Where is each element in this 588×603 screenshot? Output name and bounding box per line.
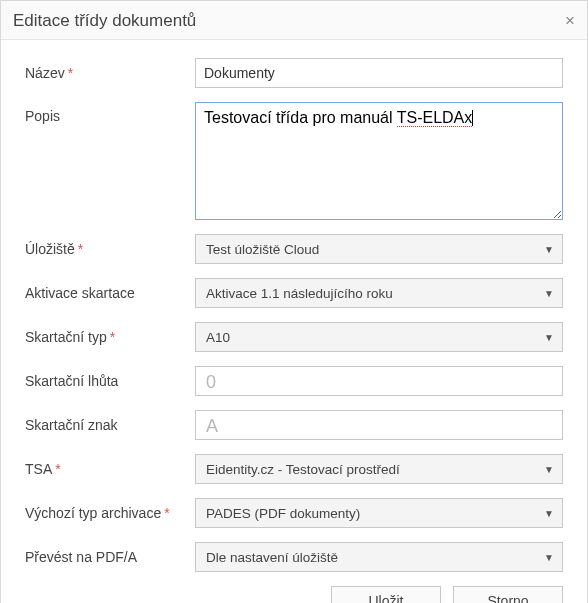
label-storage: Úložiště* — [25, 235, 195, 263]
chevron-down-icon: ▼ — [544, 332, 554, 343]
label-convert-pdfa: Převést na PDF/A — [25, 543, 195, 571]
storage-select[interactable]: Test úložiště Cloud ▼ — [195, 234, 563, 264]
row-shred-activate: Aktivace skartace Aktivace 1.1 následují… — [25, 278, 563, 308]
archive-default-select[interactable]: PADES (PDF dokumenty) ▼ — [195, 498, 563, 528]
row-convert-pdfa: Převést na PDF/A Dle nastavení úložiště … — [25, 542, 563, 572]
row-storage: Úložiště* Test úložiště Cloud ▼ — [25, 234, 563, 264]
row-archive-default: Výchozí typ archivace* PADES (PDF dokume… — [25, 498, 563, 528]
row-shred-type: Skartační typ* A10 ▼ — [25, 322, 563, 352]
chevron-down-icon: ▼ — [544, 244, 554, 255]
shred-activate-select[interactable]: Aktivace 1.1 následujícího roku ▼ — [195, 278, 563, 308]
action-bar: Uložit Storno — [25, 586, 563, 603]
label-shred-type: Skartační typ* — [25, 323, 195, 351]
row-name: Název* — [25, 58, 563, 88]
shred-type-select[interactable]: A10 ▼ — [195, 322, 563, 352]
shred-mark-display: A — [195, 410, 563, 440]
label-shred-period: Skartační lhůta — [25, 367, 195, 395]
chevron-down-icon: ▼ — [544, 288, 554, 299]
spellcheck-underline: TS-ELDAx — [397, 109, 473, 127]
label-shred-activate: Aktivace skartace — [25, 279, 195, 307]
label-archive-default: Výchozí typ archivace* — [25, 499, 195, 527]
cancel-button[interactable]: Storno — [453, 586, 563, 603]
label-tsa: TSA* — [25, 455, 195, 483]
convert-pdfa-select[interactable]: Dle nastavení úložiště ▼ — [195, 542, 563, 572]
dialog-edit-document-class: Editace třídy dokumentů × Název* Popis T… — [0, 0, 588, 603]
row-shred-mark: Skartační znak A — [25, 410, 563, 440]
dialog-title: Editace třídy dokumentů — [13, 11, 196, 31]
dialog-body: Název* Popis Testovací třída pro manuál … — [1, 40, 587, 603]
save-button[interactable]: Uložit — [331, 586, 441, 603]
chevron-down-icon: ▼ — [544, 464, 554, 475]
label-shred-mark: Skartační znak — [25, 411, 195, 439]
shred-period-display: 0 — [195, 366, 563, 396]
label-name: Název* — [25, 59, 195, 87]
row-tsa: TSA* Eidentity.cz - Testovací prostředí … — [25, 454, 563, 484]
label-desc: Popis — [25, 102, 195, 130]
desc-textarea[interactable]: Testovací třída pro manuál TS-ELDAx — [195, 102, 563, 220]
row-desc: Popis Testovací třída pro manuál TS-ELDA… — [25, 102, 563, 220]
titlebar: Editace třídy dokumentů × — [1, 1, 587, 40]
chevron-down-icon: ▼ — [544, 552, 554, 563]
name-input[interactable] — [195, 58, 563, 88]
close-icon[interactable]: × — [565, 11, 575, 31]
text-caret — [472, 110, 473, 126]
tsa-select[interactable]: Eidentity.cz - Testovací prostředí ▼ — [195, 454, 563, 484]
chevron-down-icon: ▼ — [544, 508, 554, 519]
row-shred-period: Skartační lhůta 0 — [25, 366, 563, 396]
